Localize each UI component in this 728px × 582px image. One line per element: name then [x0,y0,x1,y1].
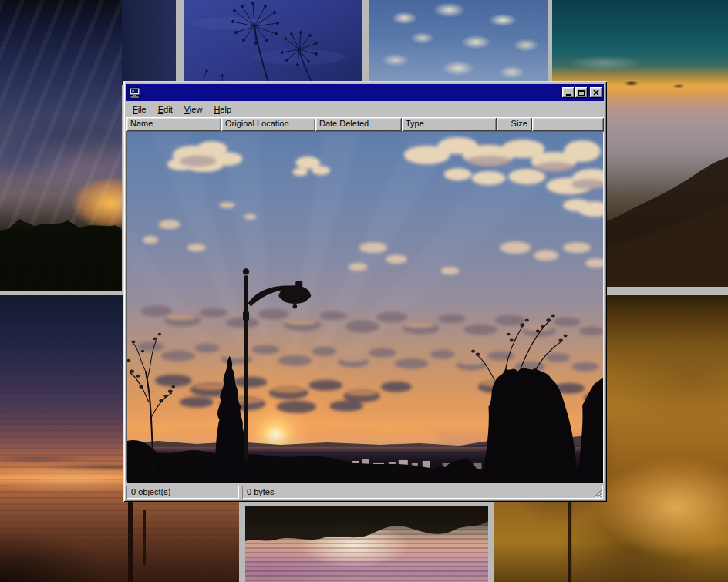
tree-silhouette [0,0,122,291]
screen: { "window": { "title": "", "icon": "comp… [0,0,728,582]
computer-window-icon[interactable] [129,87,141,99]
column-header-name[interactable]: Name [126,117,221,131]
column-header-original-location[interactable]: Original Location [221,117,315,131]
column-header-type[interactable]: Type [402,117,497,131]
minimize-button[interactable] [562,87,575,98]
background-photo-water-reflection [245,506,488,582]
menu-help[interactable]: Help [209,103,236,116]
column-header-row: Name Original Location Date Deleted Type… [126,117,604,131]
maximize-icon [578,90,585,96]
recycle-bin-window: File Edit View Help Name Original Locati… [123,81,607,502]
menu-edit[interactable]: Edit [153,103,177,116]
close-icon [593,90,599,96]
column-header-size[interactable]: Size [497,117,532,131]
menu-bar: File Edit View Help [126,102,604,117]
sunset-lamppost-photo [127,132,603,483]
background-photo-navy-sky [122,0,176,85]
wooden-pole [128,498,133,582]
window-content-photo [126,131,604,481]
maximize-button[interactable] [575,87,588,98]
wooden-pole [143,510,146,565]
column-header-date-deleted[interactable]: Date Deleted [315,117,402,131]
close-button[interactable] [590,87,602,98]
menu-view[interactable]: View [180,103,207,116]
menu-file[interactable]: File [128,103,151,116]
status-objects: 0 object(s) [126,486,239,499]
title-bar[interactable] [126,84,604,101]
status-bar: 0 object(s) 0 bytes [126,481,604,499]
tree-reflection [245,506,488,541]
background-photo-sunset-rays [0,0,122,291]
minimize-icon [566,94,571,96]
column-header-filler [532,117,604,131]
resize-grip-icon[interactable] [593,488,603,498]
status-bytes: 0 bytes [242,486,603,499]
